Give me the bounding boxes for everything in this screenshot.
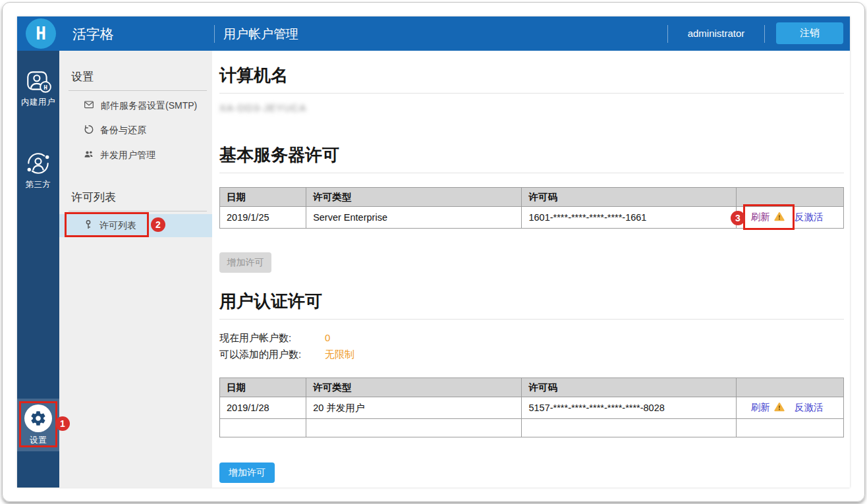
users-icon (83, 149, 94, 161)
user-license-table: 日期 许可类型 许可码 2019/1/28 20 并发用户 5157-****-… (219, 378, 844, 437)
svg-text:H: H (43, 84, 47, 91)
warning-icon (773, 211, 785, 224)
rail-item-label: 第三方 (17, 179, 59, 190)
table-header-cell (736, 188, 843, 207)
sidebar-item-smtp-settings[interactable]: 邮件服务器设置(SMTP) (59, 94, 212, 118)
table-cell-empty (306, 419, 522, 437)
add-license-button[interactable]: 增加许可 (219, 462, 275, 483)
table-cell-license-type: Server Enterprise (306, 207, 522, 229)
stat-row: 现在用户帐户数: 0 (219, 329, 844, 346)
user-license-table-wrap: 日期 许可类型 许可码 2019/1/28 20 并发用户 5157-****-… (219, 378, 844, 437)
table-header-cell: 许可类型 (306, 378, 522, 397)
sidebar-item-label: 许可列表 (99, 220, 136, 232)
user-license-title: 用户认证许可 (219, 291, 844, 320)
rail-item-third-party[interactable]: 第三方 (17, 150, 59, 190)
stat-value: 0 (325, 329, 330, 346)
rail-item-label: 内建用户 (17, 97, 59, 108)
table-cell-empty (736, 419, 843, 437)
gear-icon (24, 405, 52, 432)
table-header-cell: 许可类型 (306, 188, 522, 207)
settings-sidebar: 设置 邮件服务器设置(SMTP) 备份与还原 (59, 51, 212, 488)
key-icon (83, 219, 94, 233)
table-header-cell (736, 378, 843, 397)
computer-name-value: XA-DD3-JEYUCA (219, 102, 844, 113)
sidebar-section-license-title: 许可列表 (69, 190, 207, 211)
table-cell-license-code: 1601-****-****-****-****-1661 (522, 207, 736, 229)
mail-icon (83, 99, 95, 112)
app-window: H 活字格 用户帐户管理 administrator 注销 H 内建用户 (17, 16, 850, 488)
sidebar-item-license-list[interactable]: 许可列表 2 (59, 214, 212, 237)
header-divider (764, 25, 765, 43)
table-cell-license-code: 5157-****-****-****-****-****-8028 (522, 397, 736, 419)
sidebar-section-settings-title: 设置 (69, 69, 207, 91)
stat-row: 可以添加的用户数: 无限制 (219, 346, 844, 362)
table-cell-license-type: 20 并发用户 (306, 397, 522, 419)
app-name: 活字格 (72, 25, 114, 43)
page-title: 用户帐户管理 (223, 26, 298, 43)
server-license-title: 基本服务器许可 (219, 145, 844, 173)
server-license-table: 日期 许可类型 许可码 2019/1/25 Server Enterprise … (219, 187, 844, 229)
table-row: 2019/1/28 20 并发用户 5157-****-****-****-**… (220, 397, 844, 419)
refresh-link[interactable]: 刷新 (751, 211, 770, 222)
header-divider (214, 25, 215, 43)
restore-icon (83, 124, 94, 137)
stat-label: 现在用户帐户数: (219, 329, 325, 346)
table-cell-date: 2019/1/28 (220, 397, 306, 419)
header-divider (667, 25, 668, 43)
logout-button[interactable]: 注销 (776, 22, 843, 44)
table-header-cell: 许可码 (522, 378, 736, 397)
deactivate-link[interactable]: 反激活 (795, 211, 824, 222)
rail-item-settings[interactable]: 设置 1 (17, 399, 59, 451)
sidebar-item-label: 并发用户管理 (100, 150, 155, 161)
table-header-cell: 日期 (220, 378, 306, 397)
left-navigation-rail: H 内建用户 第三方 设置 (17, 51, 59, 488)
third-party-icon (17, 150, 59, 177)
stat-label: 可以添加的用户数: (219, 346, 325, 362)
add-license-button-disabled[interactable]: 增加许可 (219, 252, 271, 273)
table-row-empty (220, 419, 844, 437)
builtin-user-icon: H (17, 67, 59, 95)
table-header-cell: 许可码 (522, 188, 736, 207)
user-license-stats: 现在用户帐户数: 0 可以添加的用户数: 无限制 (219, 329, 844, 362)
annotation-badge-2: 2 (151, 217, 165, 232)
logged-in-username: administrator (673, 28, 760, 39)
sidebar-item-backup-restore[interactable]: 备份与还原 (59, 118, 212, 143)
table-cell-actions: 刷新反激活 (736, 397, 843, 419)
app-logo: H (26, 18, 56, 49)
table-row: 2019/1/25 Server Enterprise 1601-****-**… (220, 207, 844, 229)
top-header-bar: H 活字格 用户帐户管理 administrator 注销 (17, 16, 850, 51)
warning-icon (773, 402, 785, 414)
table-cell-empty (220, 419, 306, 437)
stat-value: 无限制 (325, 346, 354, 362)
deactivate-link[interactable]: 反激活 (795, 402, 824, 412)
rail-settings-label: 设置 (17, 435, 59, 446)
table-header-cell: 日期 (220, 188, 306, 207)
rail-item-builtin-users[interactable]: H 内建用户 (17, 67, 59, 108)
sidebar-item-concurrent-users[interactable]: 并发用户管理 (59, 143, 212, 167)
app-logo-letter: H (36, 24, 46, 43)
computer-name-title: 计算机名 (219, 65, 844, 94)
sidebar-item-label: 邮件服务器设置(SMTP) (101, 100, 197, 112)
sidebar-item-label: 备份与还原 (100, 125, 146, 136)
refresh-link[interactable]: 刷新 (751, 402, 770, 412)
main-content: 计算机名 XA-DD3-JEYUCA 基本服务器许可 日期 许可类型 许可码 2… (212, 51, 850, 488)
server-license-table-wrap: 日期 许可类型 许可码 2019/1/25 Server Enterprise … (219, 187, 844, 229)
table-cell-empty (522, 419, 736, 437)
table-cell-actions: 刷新反激活 (736, 207, 843, 229)
table-cell-date: 2019/1/25 (220, 207, 306, 229)
